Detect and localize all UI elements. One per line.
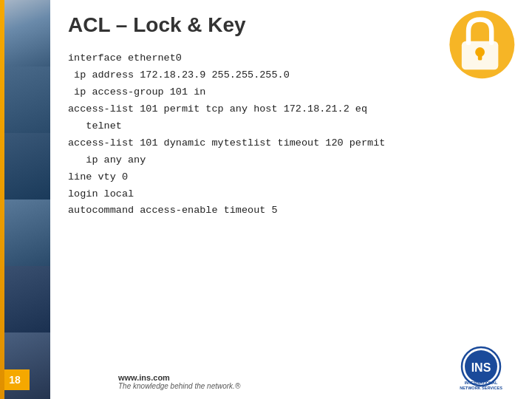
sidebar-photo-2: [0, 66, 50, 133]
svg-text:NETWORK SERVICES: NETWORK SERVICES: [460, 386, 502, 390]
footer-website: www.ins.com: [118, 373, 240, 382]
code-line-7: ip any any: [68, 152, 514, 169]
main-content: ACL – Lock & Key interface ethernet0 ip …: [50, 0, 532, 399]
lock-icon-container: [436, 7, 517, 89]
footer-left: www.ins.com The knowledge behind the net…: [118, 373, 240, 390]
svg-rect-3: [478, 52, 482, 61]
sidebar-photo-4: [0, 200, 50, 266]
svg-text:INTERNATIONAL: INTERNATIONAL: [465, 381, 498, 385]
svg-text:INS: INS: [471, 361, 491, 374]
page-number-badge: 18: [0, 369, 30, 390]
sidebar-photo-5: [0, 266, 50, 332]
code-line-5: telnet: [68, 118, 514, 135]
code-line-8: line vty 0: [68, 169, 514, 186]
sidebar-photo-3: [0, 133, 50, 200]
lock-icon: [436, 7, 517, 89]
footer-tagline: The knowledge behind the network.®: [118, 382, 240, 390]
code-line-4: access-list 101 permit tcp any host 172.…: [68, 101, 514, 118]
ins-logo-svg: INS INTERNATIONAL NETWORK SERVICES: [448, 346, 514, 390]
footer: www.ins.com The knowledge behind the net…: [100, 346, 532, 390]
ins-logo: INS INTERNATIONAL NETWORK SERVICES: [448, 346, 514, 390]
sidebar-photo-1: [0, 0, 50, 66]
code-line-10: autocommand access-enable timeout 5: [68, 202, 514, 219]
code-line-6: access-list 101 dynamic mytestlist timeo…: [68, 135, 514, 152]
sidebar: [0, 0, 50, 399]
code-line-9: login local: [68, 186, 514, 203]
